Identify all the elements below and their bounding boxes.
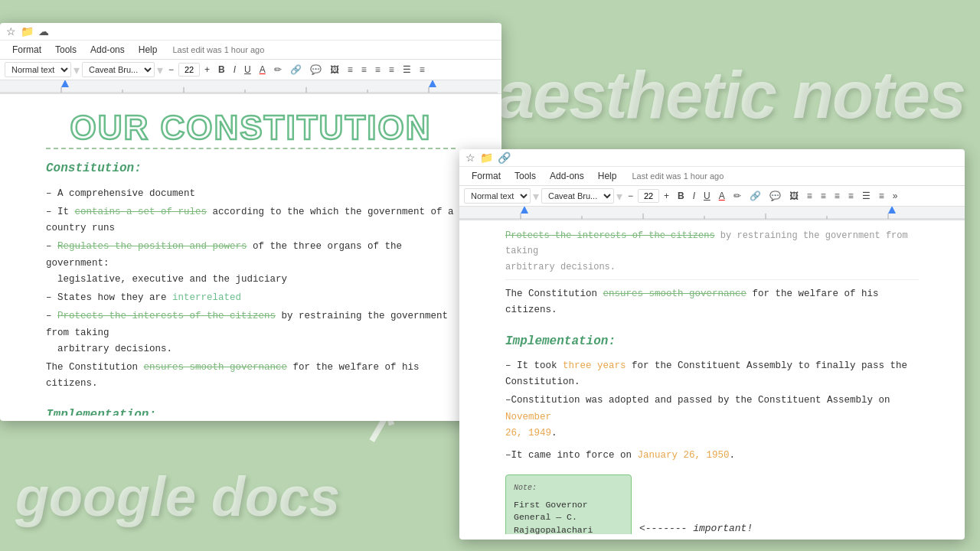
right-ruler — [459, 207, 965, 220]
menu-help-right[interactable]: Help — [592, 168, 623, 184]
left-toolbar-top: ☆ 📁 ☁ — [0, 23, 501, 41]
sticky-note-line1: First Governor General — C. Rajagopalach… — [514, 499, 623, 534]
svg-marker-19 — [888, 207, 896, 214]
important-label: <------- important! — [639, 520, 753, 534]
italic-btn-right[interactable]: I — [690, 189, 698, 203]
font-size-increase-left[interactable]: + — [201, 63, 213, 77]
line-protects: – Protects the interests of the citizens… — [46, 308, 456, 357]
underline-btn-left[interactable]: U — [241, 63, 254, 77]
right-partial-top: Protects the interests of the citizens b… — [505, 228, 919, 280]
sticky-note-right: Note: First Governor General — C. Rajago… — [505, 474, 632, 534]
align-left-btn[interactable]: ≡ — [345, 63, 356, 77]
folder-icon[interactable]: 📁 — [21, 25, 34, 37]
align-justify-btn-right[interactable]: ≡ — [845, 189, 857, 203]
line-contains: – It contains a set of rules according t… — [46, 204, 456, 237]
link-icon-right[interactable]: 🔗 — [498, 152, 511, 164]
line-comprehensive: – A comprehensive document — [46, 186, 456, 202]
right-smooth-governance: The Constitution ensures smooth governan… — [505, 286, 919, 319]
menu-tools[interactable]: Tools — [49, 42, 83, 57]
menu-format-right[interactable]: Format — [466, 168, 507, 184]
line-smooth-gov-left: The Constitution ensures smooth governan… — [46, 360, 456, 393]
left-menu-bar: Format Tools Add-ons Help Last edit was … — [0, 41, 501, 60]
right-menu-bar: Format Tools Add-ons Help Last edit was … — [459, 167, 965, 186]
svg-marker-18 — [521, 207, 528, 214]
align-left-btn-right[interactable]: ≡ — [804, 189, 815, 203]
font-size-control-right: − + — [625, 189, 672, 203]
bold-btn-left[interactable]: B — [215, 63, 228, 77]
left-doc-window: ☆ 📁 ☁ Format Tools Add-ons Help Last edi… — [0, 23, 501, 421]
link-btn-right[interactable]: 🔗 — [746, 189, 764, 203]
right-format-toolbar: Normal text ▾ Caveat Bru... ▾ − + B I U … — [459, 186, 965, 207]
menu-addons[interactable]: Add-ons — [84, 42, 131, 57]
menu-addons-right[interactable]: Add-ons — [544, 168, 590, 184]
font-size-increase-right[interactable]: + — [661, 189, 672, 203]
right-line-november: –Constitution was adopted and passed by … — [505, 393, 919, 442]
align-right-btn[interactable]: ≡ — [372, 63, 384, 77]
right-line-three-years: – It took three years for the Constituen… — [505, 358, 919, 391]
list-btn-right[interactable]: ≡ — [876, 189, 887, 203]
align-center-btn[interactable]: ≡ — [358, 63, 370, 77]
menu-help[interactable]: Help — [132, 42, 164, 57]
text-color-btn-left[interactable]: A — [256, 63, 269, 77]
folder-icon-right[interactable]: 📁 — [480, 152, 493, 164]
section-heading-implementation-right: Implementation: — [505, 331, 919, 352]
italic-btn-left[interactable]: I — [230, 63, 239, 77]
right-doc-content: Protects the interests of the citizens b… — [459, 220, 965, 534]
watermark-googledocs: google docs — [15, 465, 340, 528]
underline-btn-right[interactable]: U — [701, 189, 714, 203]
align-right-btn-right[interactable]: ≡ — [831, 189, 843, 203]
watermark-notes: aesthetic notes — [497, 61, 965, 129]
align-justify-btn[interactable]: ≡ — [386, 63, 397, 77]
section-heading-constitution-left: Constitution: — [46, 158, 456, 179]
font-size-control-left: − + — [165, 63, 213, 77]
line-spacing-btn[interactable]: ☰ — [400, 63, 414, 77]
more-btn-right[interactable]: » — [890, 189, 901, 203]
link-btn-left[interactable]: 🔗 — [287, 63, 305, 77]
line-regulates: – Regulates the position and powers of t… — [46, 239, 456, 288]
bold-btn-right[interactable]: B — [675, 189, 688, 203]
image-btn-left[interactable]: 🖼 — [327, 63, 342, 77]
list-btn[interactable]: ≡ — [416, 63, 428, 77]
left-doc-content: OUR CONSTITUTION Constitution: – A compr… — [0, 94, 501, 416]
font-select-right[interactable]: Caveat Bru... — [541, 188, 614, 204]
line-states-how: – States how they are interrelated — [46, 290, 456, 306]
right-line-january: –It came into force on January 26, 1950. — [505, 448, 919, 464]
star-icon-right[interactable]: ☆ — [466, 152, 475, 164]
highlight-btn-left[interactable]: ✏ — [271, 63, 285, 77]
comment-btn-left[interactable]: 💬 — [307, 63, 325, 77]
right-toolbar-top: ☆ 📁 🔗 — [459, 149, 965, 167]
line-spacing-btn-right[interactable]: ☰ — [859, 189, 874, 203]
text-color-btn-right[interactable]: A — [716, 189, 728, 203]
image-btn-right[interactable]: 🖼 — [786, 189, 802, 203]
style-select-right[interactable]: Normal text — [464, 188, 531, 204]
left-ruler — [0, 80, 501, 94]
section-heading-implementation-left: Implementation: — [46, 405, 456, 416]
sticky-note-title: Note: — [514, 481, 623, 494]
highlight-btn-right[interactable]: ✏ — [730, 189, 744, 203]
star-icon[interactable]: ☆ — [6, 25, 16, 37]
svg-marker-8 — [61, 80, 69, 87]
menu-tools-right[interactable]: Tools — [508, 168, 542, 184]
doc-title-left: OUR CONSTITUTION — [46, 109, 456, 146]
menu-format[interactable]: Format — [6, 42, 47, 57]
last-edit-right: Last edit was 1 hour ago — [632, 171, 724, 181]
font-size-decrease-right[interactable]: − — [625, 189, 636, 203]
comment-btn-right[interactable]: 💬 — [766, 189, 784, 203]
right-doc-window: ☆ 📁 🔗 Format Tools Add-ons Help Last edi… — [459, 149, 965, 540]
cloud-icon[interactable]: ☁ — [38, 25, 49, 37]
font-size-input-right[interactable] — [638, 189, 659, 203]
font-select-left[interactable]: Caveat Bru... — [82, 62, 155, 77]
align-center-btn-right[interactable]: ≡ — [818, 189, 829, 203]
font-size-input-left[interactable] — [178, 63, 200, 77]
left-format-toolbar: Normal text ▾ Caveat Bru... ▾ − + B I U … — [0, 60, 501, 80]
font-size-decrease-left[interactable]: − — [165, 63, 177, 77]
last-edit-left: Last edit was 1 hour ago — [172, 45, 264, 54]
style-select-left[interactable]: Normal text — [5, 62, 71, 77]
svg-marker-9 — [429, 80, 436, 87]
